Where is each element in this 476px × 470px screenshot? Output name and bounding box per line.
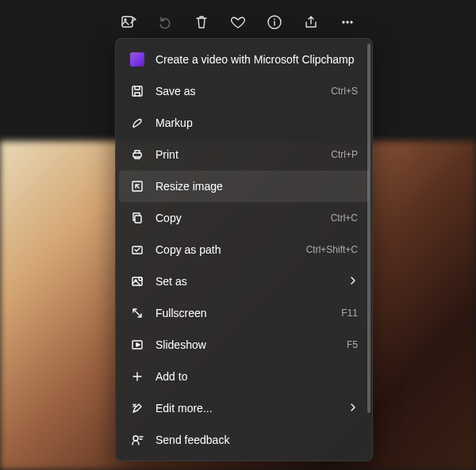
feedback-icon	[130, 433, 144, 447]
set-as-icon	[130, 274, 144, 288]
markup-icon	[130, 116, 144, 130]
svg-point-4	[347, 21, 348, 23]
svg-point-13	[139, 277, 142, 281]
menu-item-print[interactable]: Print Ctrl+P	[119, 139, 369, 170]
share-button[interactable]	[301, 13, 321, 32]
menu-item-label: Save as	[155, 85, 320, 97]
svg-point-5	[351, 21, 352, 23]
menu-item-save-as[interactable]: Save as Ctrl+S	[119, 75, 369, 107]
delete-button[interactable]	[192, 13, 211, 32]
copy-path-icon	[130, 243, 144, 257]
menu-item-shortcut: Ctrl+C	[331, 212, 358, 224]
menu-item-label: Set as	[155, 275, 337, 288]
print-icon	[130, 147, 144, 162]
toolbar	[0, 6, 476, 38]
menu-item-label: Resize image	[155, 180, 358, 193]
info-button[interactable]	[265, 13, 284, 32]
menu-item-shortcut: Ctrl+P	[331, 149, 358, 160]
menu-item-shortcut: Ctrl+S	[331, 86, 358, 97]
svg-point-15	[133, 436, 138, 441]
slideshow-icon	[130, 338, 144, 352]
edit-more-icon	[130, 401, 144, 415]
svg-rect-6	[132, 86, 142, 96]
resize-icon	[130, 179, 144, 193]
menu-item-label: Copy as path	[155, 243, 295, 256]
add-icon	[130, 369, 144, 384]
menu-item-shortcut: Ctrl+Shift+C	[306, 244, 358, 255]
svg-rect-0	[122, 17, 132, 27]
menu-item-slideshow[interactable]: Slideshow F5	[119, 329, 369, 361]
menu-item-fullscreen[interactable]: Fullscreen F11	[119, 297, 369, 329]
svg-point-1	[125, 19, 126, 21]
favorite-button[interactable]	[228, 13, 248, 32]
menu-item-edit-more[interactable]: Edit more...	[119, 392, 369, 424]
save-icon	[130, 84, 144, 98]
menu-item-markup[interactable]: Markup	[119, 107, 369, 139]
menu-item-set-as[interactable]: Set as	[119, 266, 369, 297]
menu-item-label: Markup	[155, 117, 358, 129]
menu-item-copy[interactable]: Copy Ctrl+C	[119, 202, 369, 234]
menu-item-label: Add to	[155, 370, 358, 383]
menu-item-label: Slideshow	[155, 338, 336, 351]
menu-item-send-feedback[interactable]: Send feedback	[119, 424, 369, 456]
menu-scrollbar[interactable]	[367, 44, 370, 413]
menu-item-label: Edit more...	[155, 402, 337, 415]
menu-item-clipchamp[interactable]: Create a video with Microsoft Clipchamp	[119, 44, 369, 75]
svg-point-3	[343, 21, 344, 23]
menu-item-label: Fullscreen	[155, 307, 330, 319]
menu-item-shortcut: F5	[347, 339, 358, 350]
chevron-right-icon	[348, 403, 358, 415]
menu-item-copy-as-path[interactable]: Copy as path Ctrl+Shift+C	[119, 234, 369, 266]
image-edit-button[interactable]	[119, 13, 138, 32]
menu-item-label: Print	[155, 148, 320, 161]
menu-item-resize-image[interactable]: Resize image	[119, 170, 369, 202]
svg-rect-7	[133, 153, 141, 157]
menu-item-add-to[interactable]: Add to	[119, 361, 369, 392]
menu-item-shortcut: F11	[341, 308, 358, 319]
more-button[interactable]	[338, 13, 357, 32]
chevron-right-icon	[348, 276, 358, 288]
svg-rect-9	[135, 216, 141, 223]
fullscreen-icon	[130, 306, 144, 320]
menu-item-label: Create a video with Microsoft Clipchamp	[155, 53, 358, 66]
menu-item-label: Send feedback	[155, 434, 358, 446]
copy-icon	[130, 211, 144, 225]
overflow-menu: Create a video with Microsoft Clipchamp …	[115, 38, 373, 461]
clipchamp-icon	[130, 52, 144, 67]
svg-rect-11	[132, 277, 142, 285]
undo-button[interactable]	[155, 13, 175, 32]
menu-item-label: Copy	[155, 212, 320, 224]
